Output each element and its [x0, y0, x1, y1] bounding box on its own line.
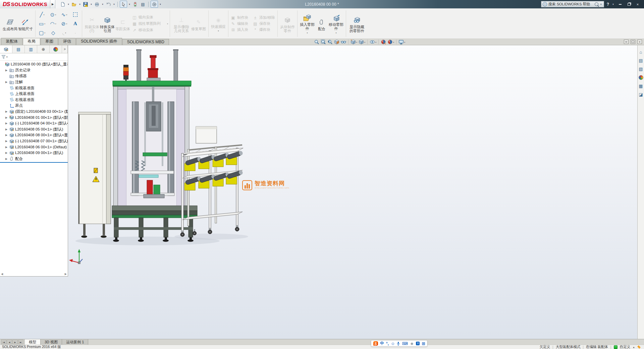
save-caret[interactable]: ▾	[90, 3, 93, 6]
nav-last-button[interactable]: ▶|	[18, 340, 23, 344]
sketch-line-tool[interactable]: ╱▾	[37, 10, 48, 19]
linear-sketch-pattern-button[interactable]: ▦线性草图阵列▾	[132, 21, 168, 26]
tab-solidworks-addins[interactable]: SOLIDWORKS 插件	[76, 38, 122, 45]
options-gear-button[interactable]	[151, 1, 158, 8]
minimize-button[interactable]	[617, 2, 623, 7]
tree-item-component-06[interactable]: ▶ L20160408 06 00<1> (Défaut)	[0, 144, 68, 150]
help-menu-button[interactable]: ?	[607, 2, 609, 7]
filter-caret[interactable]: ▾	[6, 56, 8, 58]
tree-item-component-03[interactable]: ▶ (固定) L20160408 03 00<1> (默认)	[0, 109, 68, 115]
ime-account-button[interactable]: ☻	[410, 341, 414, 346]
nav-first-button[interactable]: |◀	[1, 340, 6, 344]
nav-next-button[interactable]: ▶	[12, 340, 18, 344]
tree-item-front-plane[interactable]: 前视基准面	[0, 85, 68, 91]
view-settings-button[interactable]: ▾	[398, 39, 405, 45]
show-hidden-components-button[interactable]: 显示隐藏的零部件	[348, 15, 366, 33]
tab-assembly[interactable]: 装配体	[1, 38, 22, 45]
large-assembly-mode-label[interactable]: 大型装配体模式	[556, 345, 581, 349]
make-block-button[interactable]: ▣制作块	[231, 15, 248, 20]
tree-item-component-07[interactable]: ▶ (-) L20160408 07 00<1> (默认)	[0, 138, 68, 144]
zoom-to-fit-button[interactable]	[314, 39, 319, 45]
rebuild-traffic-light-button[interactable]	[132, 1, 139, 7]
display-delete-relations-button[interactable]: ⊥ 显示/删除几何关系	[172, 15, 191, 33]
doc-restore-button[interactable]	[631, 40, 635, 44]
help-caret[interactable]: ▾	[612, 3, 614, 6]
tab-model[interactable]: 模型	[25, 339, 41, 345]
undo-button[interactable]	[105, 1, 112, 7]
ime-punctuation-button[interactable]: °,	[386, 341, 389, 346]
tree-item-history[interactable]: ▶ 历史记录	[0, 67, 68, 73]
junction-box[interactable]	[196, 127, 217, 143]
explode-block-button[interactable]: *爆炸块	[253, 27, 275, 32]
tree-rollback-bar[interactable]	[0, 162, 68, 163]
sketch-spline-tool[interactable]: ∿▾	[59, 10, 70, 19]
ime-keyboard-button[interactable]: ⌨	[402, 341, 408, 346]
tab-configurationmanager[interactable]: ▥	[25, 45, 37, 53]
hydraulic-cylinder[interactable]	[147, 55, 160, 81]
file-properties-button[interactable]: ▤	[140, 1, 146, 7]
tab-motion-study-1[interactable]: 运动算例 1	[62, 339, 88, 345]
tree-item-component-09[interactable]: ▶ L20160408 09 00<1> (默认)	[0, 150, 68, 156]
tree-item-component-01[interactable]: ▶ L20160408 01 00<1> (默认<默认_	[0, 114, 68, 120]
tree-item-component-04[interactable]: ▶ (-) L20160408 04 00<1> (默认<默	[0, 120, 68, 127]
open-document-button[interactable]	[71, 1, 77, 7]
select-caret[interactable]: ▾	[128, 3, 131, 6]
ime-emoji-button[interactable]: ☺	[391, 341, 395, 346]
customize-label[interactable]: 自定义	[620, 345, 631, 349]
tree-item-component-05[interactable]: ▶ L20160408 05 00<1> (默认)	[0, 127, 68, 133]
solidworks-logo[interactable]: DS SOLIDWORKS	[0, 0, 50, 8]
edit-appearance-button[interactable]	[381, 39, 386, 45]
sogou-logo-icon[interactable]: S	[373, 341, 378, 346]
help-search-input[interactable]: ? 搜索 SOLIDWORKS 帮助 ▾	[541, 1, 604, 7]
sketch-rectangle-tool[interactable]: ▭▾	[37, 19, 48, 28]
machine-frame[interactable]	[113, 49, 191, 215]
doc-close-button[interactable]: ×	[637, 40, 642, 44]
sketch-slot-tool[interactable]: ▢▾	[37, 28, 48, 37]
graphics-viewport[interactable]: 智造资料网 INTELLIGENT MANUFACTURING DATA ▤ ▥…	[0, 45, 644, 339]
close-button[interactable]: ×	[635, 2, 641, 7]
tree-item-origin[interactable]: 原点	[0, 103, 68, 109]
sketch-point-tool[interactable]: ·	[70, 28, 81, 37]
sketch-text-tool[interactable]: A	[70, 19, 81, 28]
machine-top-plate[interactable]	[113, 81, 191, 85]
tab-dimxpertmanager[interactable]: ⊕	[37, 45, 50, 53]
tab-evaluate[interactable]: 评估	[58, 38, 76, 45]
display-style-button[interactable]: ▾	[359, 39, 365, 45]
new-caret[interactable]: ▾	[67, 3, 70, 6]
section-view-button[interactable]	[334, 39, 339, 45]
tree-item-sensors[interactable]: 传感器	[0, 73, 68, 79]
assembly-model-3d[interactable]	[67, 45, 262, 267]
view-palette-icon[interactable]: ▦	[639, 84, 643, 88]
view-annotations-button[interactable]	[341, 39, 346, 45]
create-layout-button[interactable]: 生成布局	[2, 17, 18, 31]
tab-sketch[interactable]: 草图	[41, 38, 58, 45]
options-caret[interactable]: ▾	[159, 3, 162, 6]
restore-button[interactable]	[626, 2, 632, 7]
smart-dimension-button[interactable]: 智能尺寸	[18, 17, 33, 31]
print-button[interactable]	[94, 1, 100, 7]
offset-entities-button[interactable]: ⊏ 等距实体	[115, 17, 130, 31]
sketch-fillet-tool[interactable]: ◟▾	[59, 28, 70, 37]
tree-item-annotations[interactable]: ▶ 注解	[0, 79, 68, 85]
tab-3d-views[interactable]: 3D 视图	[41, 339, 62, 345]
make-part-from-block-button[interactable]: 从块制作零件	[280, 15, 295, 33]
trim-entities-button[interactable]: ✂ 剪裁实体(T)	[84, 15, 100, 33]
appearances-scenes-icon[interactable]	[639, 75, 643, 80]
tree-item-top-plane[interactable]: 上视基准面	[0, 91, 68, 97]
signal-tower[interactable]	[123, 65, 128, 81]
custom-properties-icon[interactable]: ◪	[639, 92, 643, 97]
tag-icon[interactable]	[637, 345, 641, 349]
previous-view-button[interactable]	[327, 39, 333, 45]
ime-toolbox-button[interactable]: ⊞	[422, 341, 425, 346]
tab-solidworks-mbd[interactable]: SOLIDWORKS MBD	[122, 39, 169, 45]
tab-displaymanager[interactable]	[50, 45, 62, 53]
select-tool-button[interactable]	[120, 1, 127, 8]
move-entities-button[interactable]: ↗移动实体	[132, 28, 168, 33]
insert-components-button[interactable]: 插入零部件 ▾	[300, 12, 315, 35]
menu-flyout-arrow-icon[interactable]: ▶	[50, 0, 55, 8]
doc-minimize-button[interactable]	[624, 40, 629, 44]
save-block-button[interactable]: ▤保存块	[253, 21, 275, 26]
sketch-circle-tool[interactable]: ⊙▾	[48, 10, 59, 19]
new-document-button[interactable]	[59, 1, 66, 7]
move-component-button[interactable]: 移动零部件 ▾	[328, 12, 344, 35]
